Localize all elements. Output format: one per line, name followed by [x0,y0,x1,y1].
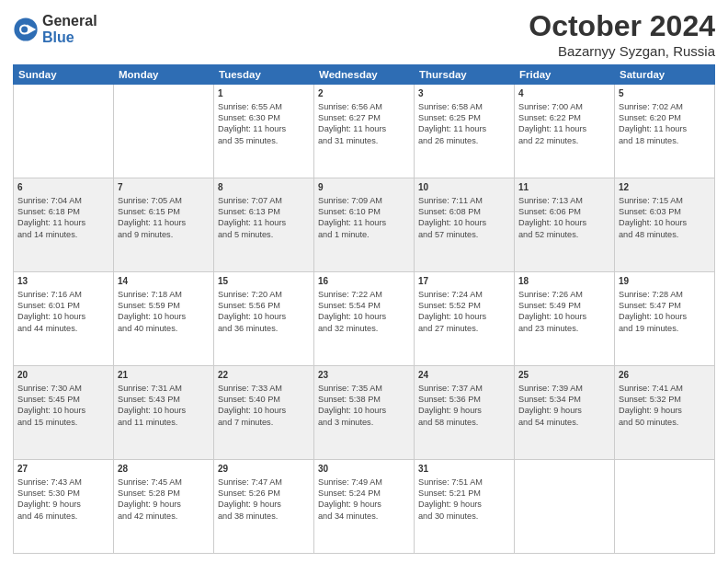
day-number: 5 [619,87,711,100]
day-detail: Sunrise: 7:16 AM [17,289,109,300]
day-detail: Daylight: 10 hours [118,405,210,416]
day-number: 6 [17,181,109,194]
day-detail: Sunset: 5:24 PM [318,488,410,499]
day-detail: Sunrise: 7:15 AM [619,195,711,206]
day-detail: and 58 minutes. [418,417,510,428]
day-detail: Sunset: 6:22 PM [518,112,610,123]
day-detail: Sunset: 5:43 PM [118,394,210,405]
day-detail: Sunrise: 7:33 AM [218,383,310,394]
header: General Blue October 2024 Bazarnyy Syzga… [13,9,715,59]
day-detail: Sunrise: 7:51 AM [418,477,510,488]
day-number: 3 [418,87,510,100]
day-detail: Sunset: 5:21 PM [418,488,510,499]
day-detail: Daylight: 9 hours [318,499,410,510]
day-detail: Daylight: 9 hours [418,405,510,416]
day-detail: Daylight: 9 hours [619,405,711,416]
calendar-cell: 9Sunrise: 7:09 AMSunset: 6:10 PMDaylight… [314,178,415,272]
day-detail: Sunrise: 7:05 AM [118,195,210,206]
calendar-cell: 11Sunrise: 7:13 AMSunset: 6:06 PMDayligh… [515,178,615,272]
day-detail: Sunset: 6:15 PM [118,206,210,217]
calendar-cell: 30Sunrise: 7:49 AMSunset: 5:24 PMDayligh… [314,460,415,554]
day-detail: and 23 minutes. [518,323,610,334]
day-number: 1 [218,87,310,100]
calendar-cell: 3Sunrise: 6:58 AMSunset: 6:25 PMDaylight… [415,85,515,178]
day-detail: Daylight: 9 hours [218,499,310,510]
day-header-wednesday: Wednesday [314,65,415,85]
day-detail: Daylight: 11 hours [318,217,410,228]
day-detail: Sunset: 6:20 PM [619,112,711,123]
day-number: 13 [17,275,109,288]
day-number: 27 [17,463,109,476]
day-detail: Sunset: 5:30 PM [17,488,109,499]
day-detail: Sunrise: 7:41 AM [619,383,711,394]
day-detail: Sunrise: 7:22 AM [318,289,410,300]
day-detail: Sunset: 5:32 PM [619,394,711,405]
day-detail: Daylight: 10 hours [318,311,410,322]
day-detail: and 50 minutes. [619,417,711,428]
day-number: 30 [318,463,410,476]
day-detail: Daylight: 10 hours [318,405,410,416]
week-row-1: 1Sunrise: 6:55 AMSunset: 6:30 PMDaylight… [14,85,715,178]
day-detail: Sunrise: 7:00 AM [518,101,610,112]
day-detail: Daylight: 9 hours [418,499,510,510]
day-detail: Daylight: 10 hours [418,311,510,322]
calendar-cell [515,460,615,554]
day-detail: Sunset: 5:28 PM [118,488,210,499]
day-detail: and 46 minutes. [17,511,109,522]
day-header-friday: Friday [515,65,615,85]
day-header-saturday: Saturday [615,65,715,85]
day-detail: Sunset: 5:26 PM [218,488,310,499]
calendar-cell: 4Sunrise: 7:00 AMSunset: 6:22 PMDaylight… [515,85,615,178]
day-detail: Sunrise: 6:58 AM [418,101,510,112]
day-detail: Daylight: 10 hours [619,217,711,228]
day-number: 15 [218,275,310,288]
day-number: 11 [518,181,610,194]
day-detail: Daylight: 10 hours [418,217,510,228]
day-detail: Sunrise: 7:07 AM [218,195,310,206]
day-number: 2 [318,87,410,100]
calendar-cell: 18Sunrise: 7:26 AMSunset: 5:49 PMDayligh… [515,272,615,366]
calendar-cell [14,85,114,178]
day-detail: and 3 minutes. [318,417,410,428]
day-number: 19 [619,275,711,288]
day-number: 25 [518,369,610,382]
day-detail: and 32 minutes. [318,323,410,334]
day-detail: and 11 minutes. [118,417,210,428]
day-detail: and 31 minutes. [318,135,410,146]
day-number: 8 [218,181,310,194]
svg-point-3 [21,26,28,32]
calendar-cell: 1Sunrise: 6:55 AMSunset: 6:30 PMDaylight… [214,85,314,178]
calendar-cell: 7Sunrise: 7:05 AMSunset: 6:15 PMDaylight… [114,178,214,272]
day-detail: Sunset: 5:49 PM [518,300,610,311]
day-number: 12 [619,181,711,194]
logo-text: General Blue [42,13,97,45]
calendar-cell: 22Sunrise: 7:33 AMSunset: 5:40 PMDayligh… [214,366,314,460]
logo-blue-text: Blue [42,29,97,46]
day-number: 20 [17,369,109,382]
day-detail: Daylight: 9 hours [118,499,210,510]
day-detail: Sunset: 5:38 PM [318,394,410,405]
calendar-header-row: SundayMondayTuesdayWednesdayThursdayFrid… [14,65,715,85]
day-detail: and 18 minutes. [619,135,711,146]
day-detail: Sunset: 6:08 PM [418,206,510,217]
day-number: 18 [518,275,610,288]
calendar-cell: 20Sunrise: 7:30 AMSunset: 5:45 PMDayligh… [14,366,114,460]
day-header-sunday: Sunday [14,65,114,85]
day-detail: Daylight: 10 hours [518,217,610,228]
day-detail: Sunrise: 7:04 AM [17,195,109,206]
day-number: 21 [118,369,210,382]
day-detail: and 26 minutes. [418,135,510,146]
day-detail: Daylight: 10 hours [218,311,310,322]
day-detail: Sunrise: 7:02 AM [619,101,711,112]
day-detail: and 30 minutes. [418,511,510,522]
day-detail: and 35 minutes. [218,135,310,146]
day-detail: Daylight: 9 hours [17,499,109,510]
day-detail: Daylight: 11 hours [518,123,610,134]
day-detail: and 27 minutes. [418,323,510,334]
day-detail: and 57 minutes. [418,229,510,240]
calendar-table: SundayMondayTuesdayWednesdayThursdayFrid… [13,64,715,554]
day-detail: Sunrise: 7:13 AM [518,195,610,206]
day-detail: and 5 minutes. [218,229,310,240]
day-detail: Sunrise: 7:47 AM [218,477,310,488]
day-detail: Daylight: 10 hours [619,311,711,322]
